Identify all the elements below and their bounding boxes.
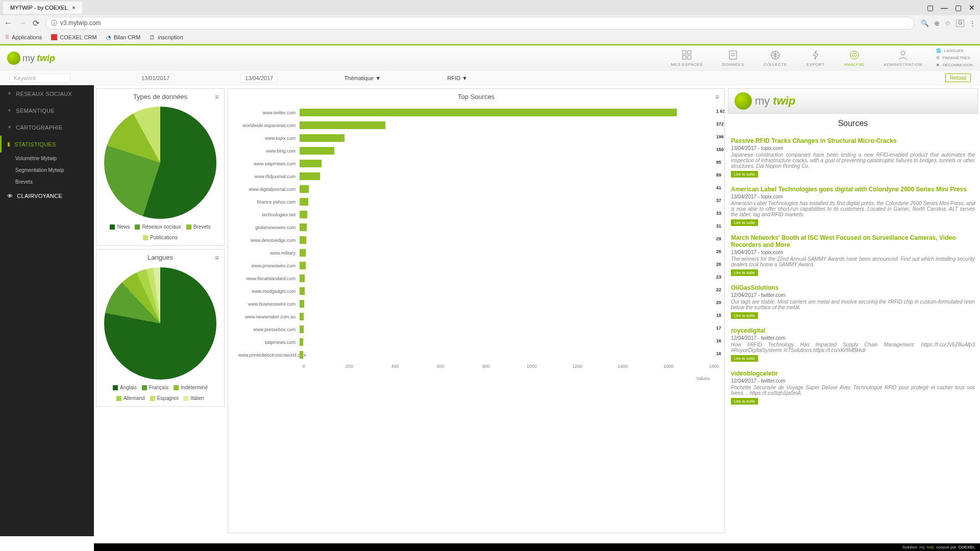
article-title[interactable]: Passive RFID Tracks Changes in Structura… — [731, 137, 975, 144]
read-more-button[interactable]: Lire la suite — [731, 171, 758, 178]
bar-fill[interactable]: 41 — [300, 185, 309, 193]
date-to-input[interactable]: 13/04/2017 — [240, 73, 278, 83]
bar-fill[interactable]: 196 — [300, 134, 345, 142]
article-title[interactable]: March Networks' Booth at ISC West Focuse… — [731, 234, 975, 248]
bar-fill[interactable]: 22 — [300, 287, 305, 295]
panel-menu-icon[interactable]: ≡ — [215, 93, 219, 101]
bar-fill[interactable]: 20 — [300, 300, 304, 308]
close-icon[interactable]: × — [72, 5, 75, 11]
bar-row: globenewswire.com 31 — [238, 223, 714, 231]
bar-value: 1 638 — [716, 109, 725, 114]
close-window-icon[interactable]: ✕ — [969, 4, 975, 12]
ext-icon[interactable]: G — [956, 19, 964, 27]
util-deconnexion[interactable]: ✖DÉCONNEXION — [936, 62, 973, 69]
sidebar-item-cartographie[interactable]: ⚬CARTOGRAPHIE — [0, 119, 94, 136]
rfid-dropdown[interactable]: RFID ▼ — [447, 75, 468, 81]
legend-item[interactable]: Indéterminé — [174, 385, 208, 390]
bar-fill[interactable]: 33 — [300, 211, 307, 218]
bookmark-apps[interactable]: ⠿Applications — [5, 34, 42, 41]
bar-row: finance.yahoo.com 37 — [238, 198, 714, 206]
sidebar-item-reseaux[interactable]: ⚬RÉSEAUX SOCIAUX — [0, 85, 94, 102]
bar-fill[interactable]: 95 — [300, 160, 322, 167]
nav-collecte[interactable]: COLLECTE — [764, 49, 787, 67]
util-langues[interactable]: 🌐LANGUES — [936, 47, 973, 55]
legend-item[interactable]: Allemand — [116, 395, 145, 401]
sidebar-item-clairvoyance[interactable]: 👁CLAIRVOYANCE — [0, 188, 94, 204]
bar-fill[interactable]: 372 — [300, 121, 385, 129]
nav-export[interactable]: EXPORT — [806, 49, 825, 67]
bar-fill[interactable]: 31 — [300, 223, 307, 231]
bookmark-coexel[interactable]: COEXEL CRM — [51, 34, 96, 40]
nav-mes-espaces[interactable]: MES ESPACES — [671, 49, 702, 67]
bar-fill[interactable]: 1 638 — [300, 109, 677, 116]
panel-menu-icon[interactable]: ≡ — [715, 93, 719, 101]
legend-item[interactable]: Français — [142, 385, 168, 390]
zoom-icon[interactable]: ⊕ — [934, 19, 940, 27]
legend-swatch — [142, 385, 147, 390]
sidebar-sub-segmentation[interactable]: Segmentation Mytwip — [0, 164, 94, 176]
date-from-input[interactable]: 13/01/2017 — [137, 73, 174, 83]
legend-item[interactable]: Italien — [183, 395, 204, 401]
bar-fill[interactable]: 89 — [300, 172, 320, 180]
bar-fill[interactable]: 23 — [300, 274, 305, 282]
legend-swatch — [110, 224, 115, 230]
nav-admin[interactable]: ADMINISTRATION — [884, 49, 922, 67]
bar-fill[interactable]: 26 — [300, 262, 306, 269]
legend-item[interactable]: News — [110, 224, 130, 230]
reload-icon[interactable]: ⟳ — [33, 18, 39, 28]
legend-item[interactable]: Espagnol — [150, 395, 179, 401]
read-more-button[interactable]: Lire la suite — [731, 355, 758, 362]
app-logo[interactable]: mytwip — [7, 52, 55, 65]
panel-types-donnees: ≡ Types de données NewsRéseaux sociauxBr… — [96, 88, 225, 246]
sidebar-item-semantique[interactable]: ⚬SÉMANTIQUE — [0, 102, 94, 119]
bolt-icon — [810, 49, 821, 61]
panel-menu-icon[interactable]: ≡ — [215, 254, 219, 262]
bar-fill[interactable]: 37 — [300, 198, 308, 206]
star-icon[interactable]: ☆ — [945, 19, 951, 27]
read-more-button[interactable]: Lire la suite — [731, 312, 758, 319]
bookmarks-bar: ⠿Applications COEXEL CRM ◔Bilan CRM 🗋ins… — [0, 31, 980, 44]
bookmark-inscription[interactable]: 🗋inscription — [150, 34, 183, 40]
bar-fill[interactable]: 150 — [300, 147, 334, 155]
article-title[interactable]: American Label Technologies goes digital… — [731, 186, 975, 193]
maximize-icon[interactable]: ▢ — [955, 4, 962, 12]
article-title[interactable]: roycedigital — [731, 327, 975, 334]
util-parametres[interactable]: ⚙PARAMÈTRES — [936, 55, 973, 62]
minimize-icon[interactable]: — — [941, 4, 948, 12]
sidebar-item-statistiques[interactable]: ▮STATISTIQUES — [0, 136, 94, 153]
sidebar-sub-brevets[interactable]: Brevets — [0, 176, 94, 188]
article-title[interactable]: OilGasSolutions — [731, 284, 975, 291]
keyword-input[interactable]: Keyword — [9, 73, 70, 83]
legend-item[interactable]: Anglais — [113, 385, 137, 390]
bar-fill[interactable]: 16 — [300, 351, 303, 359]
forward-icon[interactable]: → — [18, 18, 27, 28]
legend-item[interactable]: Publications — [143, 235, 178, 240]
browser-tab[interactable]: MYTWIP - by COEXEL × — [3, 2, 82, 14]
read-more-button[interactable]: Lire la suite — [731, 219, 758, 226]
bar-fill[interactable]: 17 — [300, 325, 304, 333]
thematique-dropdown[interactable]: Thématique ▼ — [344, 75, 381, 81]
nav-analyse[interactable]: ANALYSE — [844, 49, 865, 67]
legend-item[interactable]: Brevets — [186, 224, 211, 230]
search-icon[interactable]: 🔍 — [921, 19, 929, 27]
user-icon[interactable]: ▢ — [927, 4, 934, 12]
back-icon[interactable]: ← — [4, 18, 12, 28]
bar-label: www.businesswire.com — [238, 302, 300, 307]
legend-swatch — [143, 235, 148, 240]
bar-fill[interactable]: 18 — [300, 313, 304, 320]
bar-track: 33 — [300, 211, 714, 218]
read-more-button[interactable]: Lire la suite — [731, 398, 758, 405]
read-more-button[interactable]: Lire la suite — [731, 269, 758, 276]
bar-fill[interactable]: 16 — [300, 338, 303, 346]
bar-fill[interactable]: 29 — [300, 236, 306, 244]
menu-icon[interactable]: ⋮ — [969, 19, 976, 27]
legend-item[interactable]: Réseaux sociaux — [135, 224, 181, 230]
reload-button[interactable]: Reload — [945, 73, 971, 82]
nav-donnees[interactable]: DONNÉES — [722, 49, 744, 67]
bookmark-bilan[interactable]: ◔Bilan CRM — [106, 34, 141, 41]
pie-chart-langues — [104, 267, 216, 380]
bar-fill[interactable]: 26 — [300, 249, 306, 257]
sidebar-sub-volumetrie[interactable]: Volumétrie Mytwip — [0, 153, 94, 164]
url-input[interactable]: ⓘ v3.mytwip.com — [45, 17, 915, 30]
article-title[interactable]: videoblogcelebr — [731, 370, 975, 377]
